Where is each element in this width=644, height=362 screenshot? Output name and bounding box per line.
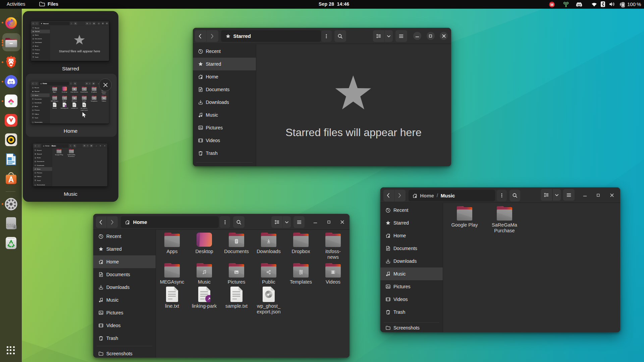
svg-text:M: M [550, 2, 553, 6]
